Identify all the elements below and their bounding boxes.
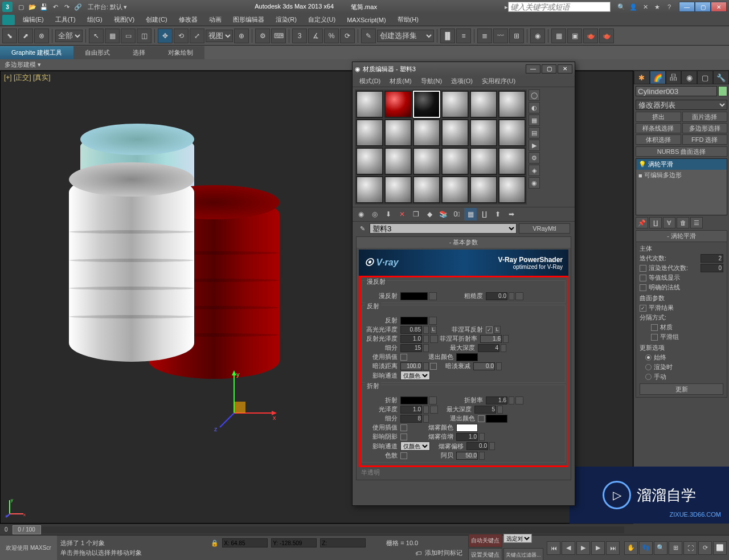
object-name-input[interactable] [636, 86, 717, 96]
chk-fresnel[interactable] [486, 326, 493, 333]
workspace-label[interactable]: 工作台: 默认 [88, 3, 122, 11]
play-icon[interactable]: ▶ [576, 541, 590, 555]
renderiter-icon[interactable]: 🫖 [599, 28, 614, 43]
ior-map[interactable] [515, 397, 523, 404]
stack-turbosmooth[interactable]: 💡涡轮平滑 [636, 159, 727, 170]
slot-21[interactable] [413, 176, 440, 203]
menu-grapheditors[interactable]: 图形编辑器 [227, 14, 270, 26]
chk-smoothresult[interactable] [640, 305, 646, 312]
matmap-nav-icon[interactable]: ◉ [529, 177, 540, 189]
diffuse-color[interactable] [400, 292, 428, 300]
menu-group[interactable]: 组(G) [81, 14, 108, 26]
mat-menu-nav[interactable]: 导航(N) [416, 76, 447, 87]
select-by-mat-icon[interactable]: ◈ [529, 165, 540, 176]
mat-menu-mode[interactable]: 模式(D) [355, 76, 385, 87]
dimdist-spinner[interactable]: 100.0 [400, 362, 422, 370]
material-type-button[interactable]: VRayMtl [519, 223, 570, 234]
lock-l[interactable]: L [430, 326, 437, 334]
editnamed-icon[interactable]: ✎ [361, 28, 376, 43]
search-input[interactable] [508, 2, 611, 12]
save-icon[interactable]: 💾 [39, 2, 49, 12]
dimfall-spinner[interactable]: 0.0 [473, 362, 495, 370]
selectname-icon[interactable]: ▦ [105, 28, 120, 43]
unique-icon[interactable]: ∀ [663, 217, 675, 228]
update-button[interactable]: 更新 [640, 383, 723, 395]
refr-affect-select[interactable]: 仅颜色 [400, 442, 430, 451]
coord-z[interactable] [320, 538, 366, 547]
spinnersnap-icon[interactable]: ⟳ [340, 28, 355, 43]
lightbulb-icon[interactable]: 💡 [638, 161, 646, 168]
show-map-icon[interactable]: ▦ [464, 208, 477, 220]
help-icon[interactable]: ? [664, 2, 674, 12]
fog-color[interactable] [456, 424, 478, 432]
window-crossing-icon[interactable]: ◫ [137, 28, 151, 43]
slot-4[interactable] [441, 91, 469, 118]
mat-maximize[interactable]: ▢ [542, 64, 556, 73]
slot-20[interactable] [384, 176, 412, 203]
refr-maxdepth[interactable]: 5 [474, 406, 496, 414]
slot-6[interactable] [498, 91, 526, 118]
hglossy-spinner[interactable]: 0.85 [400, 326, 422, 334]
radio-render[interactable] [645, 364, 652, 370]
next-frame-icon[interactable]: ▶ [591, 541, 605, 555]
mat-menu-util[interactable]: 实用程序(U) [477, 76, 520, 87]
roughness-spinner[interactable]: 0.0 [486, 292, 507, 300]
slot-1[interactable] [356, 91, 383, 118]
addtime-label[interactable]: 添加时间标记 [425, 549, 462, 557]
tab-paint[interactable]: 对象绘制 [157, 46, 204, 59]
roughness-map[interactable] [515, 292, 523, 300]
menu-modifiers[interactable]: 修改器 [173, 14, 203, 26]
chk-affect-shadow[interactable] [400, 434, 407, 440]
tab-motion-icon[interactable]: ◉ [681, 71, 697, 84]
eyedropper-icon[interactable]: ✎ [357, 223, 367, 234]
menu-help[interactable]: 帮助(H) [392, 14, 424, 26]
slot-17[interactable] [470, 148, 497, 175]
put-lib-icon[interactable]: 📚 [437, 208, 449, 220]
slot-23[interactable] [470, 176, 497, 203]
mat-menu-material[interactable]: 材质(M) [385, 76, 416, 87]
fogbias-spinner[interactable]: 0.0 [466, 442, 488, 450]
redo-icon[interactable]: ↷ [62, 2, 72, 12]
timetag-icon[interactable]: 🏷 [415, 550, 421, 557]
named-sel-set[interactable]: 创建选择集 [377, 30, 434, 42]
lock-icon[interactable]: 🔒 [211, 539, 219, 547]
timeline[interactable]: 0 0 / 100 [0, 524, 633, 535]
goto-start-icon[interactable]: ⏮ [547, 541, 560, 555]
menu-create[interactable]: 创建(C) [140, 14, 173, 26]
chk-renderiter[interactable] [640, 265, 646, 272]
chk-isoline[interactable] [640, 275, 646, 281]
stack-editpoly[interactable]: ■可编辑多边形 [636, 170, 727, 181]
chk-dimdist[interactable] [430, 363, 437, 370]
material-name-input[interactable]: 塑料3 [370, 223, 517, 234]
slot-24[interactable] [498, 176, 526, 203]
align-icon[interactable]: ≡ [456, 28, 471, 43]
app-icon[interactable]: 3 [2, 2, 13, 12]
reset-icon[interactable]: ✕ [396, 208, 408, 220]
chk-refr-interp[interactable] [400, 424, 407, 431]
tab-freeform[interactable]: 自由形式 [73, 46, 121, 59]
slot-19[interactable] [356, 176, 383, 203]
slot-22[interactable] [441, 176, 469, 203]
show-end-icon[interactable]: ∐ [478, 208, 490, 220]
slot-3[interactable] [413, 91, 440, 118]
menu-animation[interactable]: 动画 [203, 14, 227, 26]
layers-icon[interactable]: ≣ [477, 28, 492, 43]
percentsnap-icon[interactable]: % [324, 28, 339, 43]
maxscript-mini[interactable]: 欢迎使用 MAXScr [0, 536, 57, 560]
tab-utilities-icon[interactable]: 🔧 [713, 71, 729, 84]
pan-icon[interactable]: ✋ [624, 541, 638, 555]
btn-extrude[interactable]: 挤出 [636, 112, 681, 122]
refr-subdivs[interactable]: 8 [400, 415, 422, 423]
prev-frame-icon[interactable]: ◀ [562, 541, 575, 555]
renderprod-icon[interactable]: 🫖 [583, 28, 598, 43]
tab-hierarchy-icon[interactable]: 品 [666, 71, 682, 84]
bind-icon[interactable]: ⊗ [34, 28, 49, 43]
tab-selection[interactable]: 选择 [121, 46, 157, 59]
render-iter-spinner[interactable] [701, 264, 723, 272]
refl-maxdepth[interactable]: 4 [478, 344, 499, 352]
modifier-list[interactable]: 修改器列表 [636, 100, 727, 110]
close-button[interactable]: ✕ [711, 2, 727, 12]
coord-y[interactable] [271, 538, 317, 547]
pin-icon[interactable]: 📌 [636, 217, 648, 228]
autokey-button[interactable]: 自动关键点 [468, 534, 502, 547]
